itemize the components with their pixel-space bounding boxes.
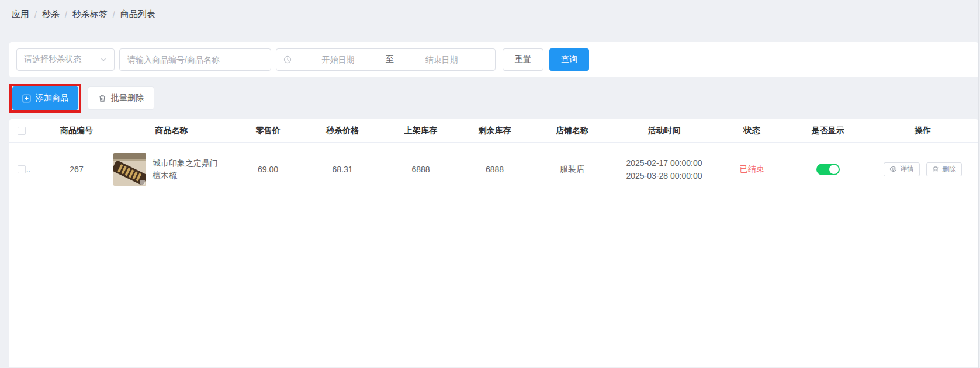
product-image[interactable] [113,153,146,186]
column-header-actions: 操作 [867,126,978,136]
column-header-status: 状态 [715,126,788,136]
column-header-activity-time: 活动时间 [613,126,715,136]
search-button[interactable]: 查询 [549,48,589,71]
seckill-status-select[interactable]: 请选择秒杀状态 [16,48,115,71]
seckill-status-placeholder: 请选择秒杀状态 [24,54,81,65]
breadcrumb-separator: / [34,10,37,19]
table-row: .. 267 [9,143,978,196]
date-range-picker[interactable]: 至 [276,48,496,71]
batch-delete-button[interactable]: 批量删除 [88,86,154,110]
column-header-stock-remaining: 剩余库存 [458,126,531,136]
clock-icon [283,55,292,64]
breadcrumb: 应用 / 秒杀 / 秒杀标签 / 商品列表 [0,0,980,29]
plus-square-icon [22,94,31,103]
product-table: 商品编号 商品名称 零售价 秒杀价格 上架库存 剩余库存 店铺名称 活动时间 状… [9,119,978,367]
delete-button-label: 删除 [942,164,956,174]
batch-delete-label: 批量删除 [111,93,144,103]
breadcrumb-item-product-list: 商品列表 [120,9,155,20]
actions-cell: 详情 删除 [867,162,978,176]
toggle-knob [829,165,839,174]
row-checkbox-suffix: .. [26,165,30,173]
end-date-input[interactable] [395,54,488,65]
stock-remaining-cell: 6888 [458,165,531,174]
trash-icon [932,166,939,173]
column-header-stock-on-shelf: 上架库存 [383,126,458,136]
column-header-retail-price: 零售价 [234,126,302,136]
product-id-cell: 267 [44,165,109,174]
select-all-cell [9,127,44,135]
right-edge-divider [978,0,979,368]
breadcrumb-item-app[interactable]: 应用 [12,9,29,20]
activity-start-time: 2025-02-17 00:00:00 [613,157,715,169]
start-date-input[interactable] [292,54,385,65]
stock-on-shelf-cell: 6888 [383,165,458,174]
row-select-cell: .. [9,165,44,173]
product-name-text: 城市印象之定鼎门檀木梳 [153,157,221,182]
row-checkbox[interactable] [18,165,26,173]
product-name-cell: 城市印象之定鼎门檀木梳 [109,153,234,186]
visibility-cell [788,164,867,175]
breadcrumb-separator: / [65,10,67,19]
select-all-checkbox[interactable] [18,127,26,135]
shop-name-cell: 服装店 [531,164,613,175]
trash-icon [98,94,106,102]
activity-time-cell: 2025-02-17 00:00:00 2025-03-28 00:00:00 [613,157,715,182]
detail-button[interactable]: 详情 [884,162,920,176]
activity-end-time: 2025-03-28 00:00:00 [613,169,715,182]
reset-button[interactable]: 重置 [503,48,543,71]
column-header-product-id: 商品编号 [44,126,109,136]
status-cell: 已结束 [715,164,788,175]
status-badge: 已结束 [740,164,764,173]
column-header-visibility: 是否显示 [788,126,867,136]
breadcrumb-separator: / [113,10,115,19]
column-header-product-name: 商品名称 [109,126,234,136]
breadcrumb-item-seckill-tag[interactable]: 秒杀标签 [72,9,108,20]
visibility-toggle[interactable] [816,164,840,175]
retail-price-cell: 69.00 [234,165,302,174]
chevron-down-icon [100,56,107,63]
breadcrumb-item-seckill[interactable]: 秒杀 [42,9,60,20]
seckill-price-cell: 68.31 [302,165,383,174]
delete-button[interactable]: 删除 [926,162,962,176]
detail-button-label: 详情 [900,164,914,174]
column-header-shop-name: 店铺名称 [531,126,613,136]
add-product-button[interactable]: 添加商品 [12,86,78,110]
column-header-seckill-price: 秒杀价格 [302,126,383,136]
filter-bar: 请选择秒杀状态 至 重置 查询 [9,42,978,77]
table-header-row: 商品编号 商品名称 零售价 秒杀价格 上架库存 剩余库存 店铺名称 活动时间 状… [9,119,978,143]
keyword-input[interactable] [119,48,271,71]
table-toolbar: 添加商品 批量删除 [9,77,980,119]
add-product-label: 添加商品 [36,93,68,103]
eye-icon [889,165,897,173]
date-range-separator: 至 [385,54,395,65]
red-highlight-annotation: 添加商品 [9,84,81,113]
